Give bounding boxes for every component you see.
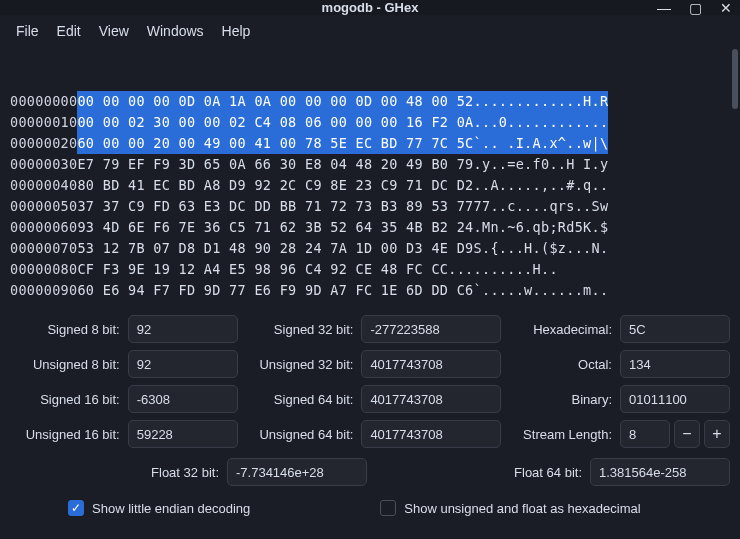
hex-col[interactable]: 93 4D 6E F6 7E 36 C5 71 62 3B 52 64 35 4… [77, 217, 473, 238]
hex-row[interactable]: 0000000000 00 00 00 0D 0A 1A 0A 00 00 00… [10, 91, 732, 112]
ascii-col[interactable]: S.{...H.($z...N. [474, 238, 609, 259]
checkbox-row: Show little endian decoding Show unsigne… [0, 492, 740, 524]
menu-help[interactable]: Help [216, 21, 257, 41]
offset-col: 00000050 [10, 196, 77, 217]
hex-row[interactable]: 0000004080 BD 41 EC BD A8 D9 92 2C C9 8E… [10, 175, 732, 196]
label-oct: Octal: [507, 357, 614, 372]
value-u8[interactable]: 92 [128, 350, 238, 378]
hex-row[interactable]: 00000080CF F3 9E 19 12 A4 E5 98 96 C4 92… [10, 259, 732, 280]
menu-windows[interactable]: Windows [141, 21, 210, 41]
hex-row[interactable]: 00000030E7 79 EF F9 3D 65 0A 66 30 E8 04… [10, 154, 732, 175]
hex-col[interactable]: 53 12 7B 07 D8 D1 48 90 28 24 7A 1D 00 D… [77, 238, 473, 259]
offset-col: 00000030 [10, 154, 77, 175]
offset-col: 00000080 [10, 259, 77, 280]
offset-col: 00000040 [10, 175, 77, 196]
label-u16: Unsigned 16 bit: [10, 427, 122, 442]
float-row: Float 32 bit: -7.734146e+28 Float 64 bit… [0, 452, 740, 492]
hex-col[interactable]: 37 37 C9 FD 63 E3 DC DD BB 71 72 73 B3 8… [77, 196, 473, 217]
ascii-col[interactable]: .Mn.~6.qb;Rd5K.$ [474, 217, 609, 238]
ascii-col[interactable]: ...0............ [474, 112, 609, 133]
label-stream: Stream Length: [507, 427, 614, 442]
stream-minus-button[interactable]: − [674, 420, 700, 448]
maximize-icon[interactable]: ▢ [689, 0, 702, 16]
value-s16[interactable]: -6308 [128, 385, 238, 413]
menu-edit[interactable]: Edit [51, 21, 87, 41]
hex-row[interactable]: 0000005037 37 C9 FD 63 E3 DC DD BB 71 72… [10, 196, 732, 217]
offset-col: 00000000 [10, 91, 77, 112]
scrollbar-thumb[interactable] [732, 49, 738, 109]
offset-col: 00000070 [10, 238, 77, 259]
close-icon[interactable]: ✕ [720, 0, 732, 16]
titlebar: mogodb - GHex — ▢ ✕ [0, 0, 740, 15]
value-s64[interactable]: 4017743708 [361, 385, 501, 413]
checkbox-off-icon[interactable] [380, 500, 396, 516]
ascii-col[interactable]: 77..c....qrs..Sw [474, 196, 609, 217]
check-unsigned-hex[interactable]: Show unsigned and float as hexadecimal [380, 500, 640, 516]
check-little-endian-label: Show little endian decoding [92, 501, 250, 516]
label-f32: Float 32 bit: [10, 465, 221, 480]
ascii-col[interactable]: `.. .I.A.x^..w|\ [474, 133, 609, 154]
value-u64[interactable]: 4017743708 [361, 420, 501, 448]
hex-col[interactable]: CF F3 9E 19 12 A4 E5 98 96 C4 92 CE 48 F… [77, 259, 448, 280]
hex-col[interactable]: 00 00 02 30 00 00 02 C4 08 06 00 00 00 1… [77, 112, 473, 133]
value-stream[interactable]: 8 [620, 420, 670, 448]
hex-row[interactable]: 0000002060 00 00 20 00 49 00 41 00 78 5E… [10, 133, 732, 154]
offset-col: 00000010 [10, 112, 77, 133]
value-hex[interactable]: 5C [620, 315, 730, 343]
status-bar: Offset: 0x2F; 0x30 bytes from 0x0 to 0x2… [0, 532, 740, 539]
window-title: mogodb - GHex [322, 0, 419, 15]
value-bin[interactable]: 01011100 [620, 385, 730, 413]
value-f32[interactable]: -7.734146e+28 [227, 458, 367, 486]
menu-view[interactable]: View [93, 21, 135, 41]
hex-col[interactable]: 00 00 00 00 0D 0A 1A 0A 00 00 00 0D 00 4… [77, 91, 473, 112]
value-s32[interactable]: -277223588 [361, 315, 501, 343]
checkbox-on-icon[interactable] [68, 500, 84, 516]
hex-col[interactable]: 80 BD 41 EC BD A8 D9 92 2C C9 8E 23 C9 7… [77, 175, 473, 196]
hex-row[interactable]: 0000007053 12 7B 07 D8 D1 48 90 28 24 7A… [10, 238, 732, 259]
hex-col[interactable]: E7 79 EF F9 3D 65 0A 66 30 E8 04 48 20 4… [77, 154, 473, 175]
offset-col: 00000020 [10, 133, 77, 154]
hex-row[interactable]: 0000009060 E6 94 F7 FD 9D 77 E6 F9 9D A7… [10, 280, 732, 301]
check-unsigned-hex-label: Show unsigned and float as hexadecimal [404, 501, 640, 516]
hex-col[interactable]: 60 E6 94 F7 FD 9D 77 E6 F9 9D A7 FC 1E 6… [77, 280, 473, 301]
check-little-endian[interactable]: Show little endian decoding [68, 500, 250, 516]
ascii-col[interactable]: .y..=e.f0..H I.y [474, 154, 609, 175]
offset-col: 00000090 [10, 280, 77, 301]
value-s8[interactable]: 92 [128, 315, 238, 343]
label-u64: Unsigned 64 bit: [244, 427, 356, 442]
label-s32: Signed 32 bit: [244, 322, 356, 337]
window-controls: — ▢ ✕ [657, 0, 732, 16]
label-bin: Binary: [507, 392, 614, 407]
minimize-icon[interactable]: — [657, 0, 671, 16]
hex-col[interactable]: 60 00 00 20 00 49 00 41 00 78 5E EC BD 7… [77, 133, 473, 154]
hex-row[interactable]: 0000006093 4D 6E F6 7E 36 C5 71 62 3B 52… [10, 217, 732, 238]
label-u8: Unsigned 8 bit: [10, 357, 122, 372]
menubar: File Edit View Windows Help [0, 15, 740, 49]
label-f64: Float 64 bit: [373, 465, 584, 480]
label-hex: Hexadecimal: [507, 322, 614, 337]
ascii-col[interactable]: ..........H.. [448, 259, 558, 280]
label-s8: Signed 8 bit: [10, 322, 122, 337]
label-s16: Signed 16 bit: [10, 392, 122, 407]
value-oct[interactable]: 134 [620, 350, 730, 378]
stream-plus-button[interactable]: + [704, 420, 730, 448]
ascii-col[interactable]: `.....w......m.. [474, 280, 609, 301]
label-u32: Unsigned 32 bit: [244, 357, 356, 372]
offset-col: 00000060 [10, 217, 77, 238]
hex-row[interactable]: 0000001000 00 02 30 00 00 02 C4 08 06 00… [10, 112, 732, 133]
ascii-col[interactable]: ..A.....,..#.q.. [474, 175, 609, 196]
value-u32[interactable]: 4017743708 [361, 350, 501, 378]
value-u16[interactable]: 59228 [128, 420, 238, 448]
value-f64[interactable]: 1.381564e-258 [590, 458, 730, 486]
value-panel: Signed 8 bit: 92 Signed 32 bit: -2772235… [0, 307, 740, 452]
menu-file[interactable]: File [10, 21, 45, 41]
label-s64: Signed 64 bit: [244, 392, 356, 407]
hex-view[interactable]: 0000000000 00 00 00 0D 0A 1A 0A 00 00 00… [0, 49, 740, 307]
ascii-col[interactable]: .............H.R [474, 91, 609, 112]
